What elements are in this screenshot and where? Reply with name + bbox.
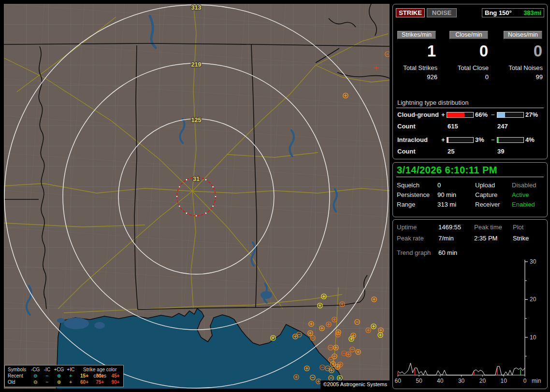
uptime-value: 1469:55 bbox=[438, 224, 461, 231]
cg-count-label: Count bbox=[397, 123, 416, 130]
svg-text:min: min bbox=[532, 378, 541, 384]
legend-header-row: Symbols -CG -IC +CG +IC Strike age color… bbox=[5, 366, 123, 373]
cg-plus-count: 615 bbox=[448, 123, 458, 130]
ic-count-label: Count bbox=[397, 148, 416, 155]
datetime-display: 3/14/2026 6:10:11 PM bbox=[397, 165, 497, 176]
plot-mode-value: Strike bbox=[513, 235, 529, 242]
distribution-title: Lightning type distribution bbox=[397, 99, 468, 106]
recent-plus-ic-icon: + bbox=[65, 373, 76, 379]
legend-recent-row: Recent ⊖ − ⊕ + 15+ 30+ 45+ bbox=[5, 373, 123, 379]
total-strikes-value: 926 bbox=[397, 73, 437, 81]
recent-minus-cg-icon: ⊖ bbox=[29, 373, 41, 379]
lightning-map[interactable]: 313 219 125 31 Symbols -CG -IC +CG +IC S… bbox=[4, 4, 390, 389]
legend-col-+cg: +CG bbox=[53, 366, 65, 373]
capture-status: Active bbox=[512, 191, 529, 198]
recent-plus-cg-icon: ⊕ bbox=[53, 373, 65, 379]
cg-minus-bar bbox=[497, 112, 524, 118]
trend-panel: Uptime 1469:55 Peak time Plot Peak rate … bbox=[392, 219, 548, 389]
age-60: 60+ bbox=[76, 379, 92, 385]
legend-title: Symbols bbox=[5, 366, 29, 373]
ic-plus-bar bbox=[447, 137, 474, 143]
total-noises-value: 99 bbox=[503, 73, 543, 81]
svg-text:50: 50 bbox=[416, 378, 422, 384]
peak-time-label: Peak time bbox=[474, 224, 502, 231]
age-30: 30+ bbox=[92, 373, 108, 379]
ring-label-219: 219 bbox=[191, 61, 202, 68]
recent-minus-ic-icon: − bbox=[41, 373, 53, 379]
noises-per-min-chip: Noises/min bbox=[504, 31, 542, 39]
close-per-min-chip: Close/min bbox=[449, 31, 488, 39]
uptime-label: Uptime bbox=[397, 224, 417, 231]
ring-label-125: 125 bbox=[191, 117, 202, 124]
bearing-distance: 383mi bbox=[523, 9, 541, 16]
age-75: 75+ bbox=[92, 379, 108, 385]
range-value: 313 mi bbox=[437, 201, 456, 208]
old-minus-cg-icon: ⊖ bbox=[29, 379, 41, 385]
plot-label: Plot bbox=[513, 224, 523, 231]
svg-text:30: 30 bbox=[530, 258, 536, 265]
svg-text:0: 0 bbox=[523, 378, 527, 384]
total-close-label: Total Close bbox=[450, 64, 489, 71]
ic-minus-sign: − bbox=[491, 136, 495, 143]
receiver-label: Receiver bbox=[475, 201, 500, 208]
svg-text:20: 20 bbox=[479, 378, 486, 384]
svg-text:10: 10 bbox=[530, 334, 536, 341]
strikes-per-min-chip: Strikes/min bbox=[397, 31, 436, 39]
legend-col-+ic: +IC bbox=[65, 366, 76, 373]
cg-minus-sign: − bbox=[491, 111, 495, 118]
old-plus-cg-icon: ⊕ bbox=[53, 379, 65, 385]
bearing-readout: Bng 150° 383mi bbox=[482, 8, 544, 17]
cg-plus-bar bbox=[447, 112, 474, 118]
intracloud-label: Intracloud bbox=[397, 136, 428, 143]
noise-button[interactable]: NOISE bbox=[427, 8, 457, 17]
svg-text:30: 30 bbox=[458, 378, 465, 384]
svg-text:20: 20 bbox=[530, 296, 536, 303]
total-strikes-label: Total Strikes bbox=[397, 64, 437, 71]
legend-recent-label: Recent bbox=[5, 373, 29, 379]
trend-chart: 1020306050403020100min bbox=[394, 257, 546, 387]
cg-plus-pct: 66% bbox=[475, 111, 488, 118]
cg-minus-pct: 27% bbox=[525, 111, 538, 118]
legend-old-row: Old ⊖ − ⊕ + 60+ 75+ 90+ bbox=[5, 379, 123, 385]
ring-label-313: 313 bbox=[191, 4, 202, 11]
legend-age-title: Strike age color codes bbox=[76, 366, 123, 373]
persistence-value: 90 min bbox=[437, 191, 456, 198]
svg-text:10: 10 bbox=[501, 378, 507, 384]
receiver-status: Enabled bbox=[512, 201, 535, 208]
cloud-ground-label: Cloud-ground bbox=[397, 111, 439, 118]
age-15: 15+ bbox=[76, 373, 92, 379]
old-minus-ic-icon: − bbox=[41, 379, 53, 385]
strikes-per-min-value: 1 bbox=[397, 43, 436, 59]
legend-old-label: Old bbox=[5, 379, 29, 385]
age-90: 90+ bbox=[108, 379, 123, 385]
copyright-notice: ©2005 Astrogenic Systems bbox=[320, 380, 390, 389]
cg-minus-count: 247 bbox=[497, 123, 508, 130]
strike-button[interactable]: STRIKE bbox=[396, 8, 425, 17]
ic-minus-bar bbox=[497, 137, 524, 143]
persistence-label: Persistence bbox=[397, 191, 430, 198]
trend-graph-label: Trend graph bbox=[397, 249, 431, 256]
cg-plus-sign: + bbox=[441, 111, 445, 118]
close-per-min-value: 0 bbox=[449, 43, 488, 59]
svg-text:40: 40 bbox=[437, 378, 444, 384]
status-panel: 3/14/2026 6:10:11 PM Squelch 0 Upload Di… bbox=[392, 162, 548, 217]
ic-plus-count: 25 bbox=[448, 148, 454, 155]
noises-per-min-value: 0 bbox=[504, 43, 542, 59]
ic-minus-pct: 4% bbox=[525, 136, 535, 143]
counter-panel: STRIKE NOISE Bng 150° 383mi Strikes/min … bbox=[392, 4, 548, 159]
map-canvas: 313 219 125 31 bbox=[4, 4, 390, 389]
squelch-value: 0 bbox=[437, 182, 441, 189]
nexstorm-window: 313 219 125 31 Symbols -CG -IC +CG +IC S… bbox=[0, 0, 550, 392]
ic-plus-sign: + bbox=[441, 136, 445, 143]
legend-col--cg: -CG bbox=[29, 366, 41, 373]
peak-rate-label: Peak rate bbox=[397, 235, 424, 242]
bearing-label: Bng 150° bbox=[485, 9, 512, 16]
peak-time-value: 2:35 PM bbox=[474, 235, 497, 242]
upload-status: Disabled bbox=[512, 182, 536, 189]
trend-graph-window: 60 min bbox=[438, 249, 457, 256]
ic-plus-pct: 3% bbox=[475, 136, 484, 143]
symbols-legend: Symbols -CG -IC +CG +IC Strike age color… bbox=[4, 365, 124, 387]
capture-label: Capture bbox=[475, 191, 497, 198]
peak-rate-value: 7/min bbox=[438, 235, 454, 242]
upload-label: Upload bbox=[475, 182, 495, 189]
